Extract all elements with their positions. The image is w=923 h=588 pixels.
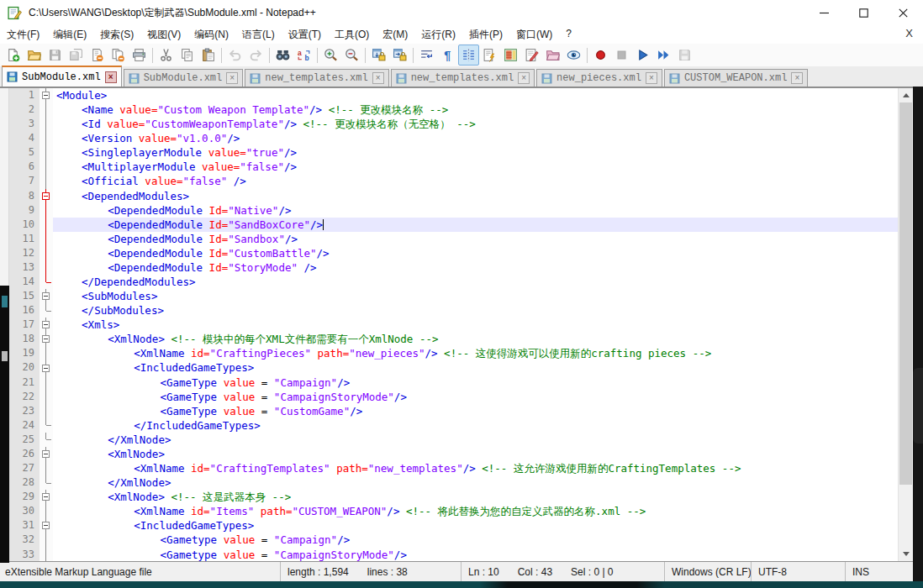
code-line-5[interactable]: 5<SingleplayerModule value="true"/> — [9, 145, 898, 160]
tab-SubModule.xml[interactable]: SubModule.xml× — [124, 69, 244, 87]
macro-record-button[interactable] — [590, 45, 611, 66]
tab-close-icon[interactable]: × — [646, 72, 657, 84]
menu-item-4[interactable]: 编码(N) — [187, 26, 235, 44]
folder-as-workspace-button[interactable] — [542, 45, 563, 66]
code-line-6[interactable]: 6<MultiplayerModule value="false"/> — [9, 160, 898, 174]
show-all-characters-button[interactable]: ¶ — [437, 45, 458, 66]
function-list-button[interactable] — [479, 45, 500, 66]
copy-button[interactable] — [177, 45, 198, 66]
code-line-22[interactable]: 22<GameType value = "CampaignStoryMode"/… — [9, 390, 898, 404]
code-line-30[interactable]: 30<XmlName id="Items" path="CUSTOM_WEAPO… — [9, 504, 898, 518]
tab-SubModule.xml-active[interactable]: SubModule.xml× — [2, 66, 122, 87]
code-line-32[interactable]: 32<Gametype value = "Campaign"/> — [9, 533, 898, 547]
tab-close-icon[interactable]: × — [518, 72, 530, 84]
code-line-2[interactable]: 2<Name value="Custom Weapon Template"/> … — [9, 102, 898, 117]
code-line-20[interactable]: 20<IncludedGameTypes> — [9, 360, 898, 375]
macro-stop-button[interactable] — [611, 45, 632, 66]
menu-item-8[interactable]: 宏(M) — [376, 26, 414, 44]
menu-item-2[interactable]: 搜索(S) — [93, 26, 140, 44]
save-button[interactable] — [45, 45, 66, 66]
open-folder-button[interactable] — [24, 45, 45, 66]
new-file-button[interactable] — [3, 45, 24, 66]
code-line-16[interactable]: 16</SubModules> — [9, 303, 898, 318]
monitoring-button[interactable] — [563, 45, 584, 66]
vertical-scrollbar[interactable] — [898, 88, 913, 561]
code-line-11[interactable]: 11<DependedModule Id="Sandbox"/> — [9, 232, 898, 246]
code-line-3[interactable]: 3<Id value="CustomWeaponTemplate"/> <!--… — [9, 117, 898, 131]
code-line-25[interactable]: 25</XmlNode> — [9, 433, 898, 447]
fold-collapse-icon[interactable] — [40, 447, 53, 461]
code-line-27[interactable]: 27<XmlName id="CraftingTemplates" path="… — [9, 461, 898, 475]
word-wrap-button[interactable] — [416, 45, 437, 66]
macro-save-button[interactable] — [674, 45, 695, 66]
fold-collapse-icon[interactable] — [40, 360, 53, 375]
fold-collapse-icon[interactable] — [40, 189, 53, 203]
code-line-13[interactable]: 13<DependedModule Id="StoryMode" /> — [9, 260, 898, 275]
macro-run-multiple-button[interactable] — [653, 45, 674, 66]
status-encoding[interactable]: UTF-8 — [751, 562, 845, 581]
menu-item-0[interactable]: 文件(F) — [0, 26, 46, 44]
cut-button[interactable] — [156, 45, 177, 66]
tab-CUSTOM_WEAPON.xml[interactable]: CUSTOM_WEAPON.xml× — [664, 69, 808, 87]
code-line-9[interactable]: 9<DependedModule Id="Native"/> — [9, 203, 898, 218]
maximize-button[interactable] — [844, 0, 883, 25]
zoom-in-button[interactable] — [320, 45, 341, 66]
menu-item-7[interactable]: 工具(O) — [328, 26, 376, 44]
menu-item-6[interactable]: 设置(T) — [282, 26, 328, 44]
undo-button[interactable] — [224, 45, 245, 66]
print-button[interactable] — [129, 45, 150, 66]
minimize-button[interactable] — [804, 0, 844, 25]
code-line-1[interactable]: 1<Module> — [9, 88, 898, 102]
sync-vertical-button[interactable] — [368, 45, 389, 66]
code-line-18[interactable]: 18<XmlNode> <!-- 模块中的每个XML文件都需要有一个XmlNod… — [9, 332, 898, 346]
status-eol-format[interactable]: Windows (CR LF) — [664, 562, 751, 581]
find-button[interactable] — [272, 45, 293, 66]
code-line-21[interactable]: 21<GameType value = "Campaign"/> — [9, 375, 898, 390]
fold-collapse-icon[interactable] — [40, 88, 53, 102]
code-line-12[interactable]: 12<DependedModule Id="CustomBattle"/> — [9, 246, 898, 260]
define-language-button[interactable] — [521, 45, 542, 66]
menu-item-11[interactable]: 窗口(W) — [509, 26, 559, 44]
zoom-out-button[interactable] — [341, 45, 362, 66]
fold-collapse-icon[interactable] — [40, 318, 53, 332]
save-all-button[interactable] — [66, 45, 87, 66]
fold-collapse-icon[interactable] — [40, 518, 53, 533]
document-map-button[interactable] — [500, 45, 521, 66]
tab-new_templates.xml[interactable]: new_templates.xml× — [245, 69, 388, 87]
paste-button[interactable] — [198, 45, 219, 66]
menu-item-9[interactable]: 运行(R) — [414, 26, 462, 44]
close-file-button[interactable] — [87, 45, 108, 66]
code-line-14[interactable]: 14</DependedModules> — [9, 275, 898, 289]
menu-item-12[interactable]: ? — [559, 26, 578, 44]
code-line-29[interactable]: 29<XmlNode> <!-- 这是武器本身 --> — [9, 490, 898, 504]
menu-item-1[interactable]: 编辑(E) — [46, 26, 93, 44]
editor-area[interactable]: 1<Module>2<Name value="Custom Weapon Tem… — [0, 87, 913, 561]
scroll-up-arrow-icon[interactable] — [899, 88, 913, 102]
tab-new_pieces.xml[interactable]: new_pieces.xml× — [536, 69, 662, 87]
menubar-close-icon[interactable]: X — [905, 27, 913, 39]
tab-close-icon[interactable]: × — [372, 72, 384, 84]
code-line-10[interactable]: 10<DependedModule Id="SandBoxCore"/> — [9, 218, 898, 232]
tab-close-icon[interactable]: × — [791, 72, 803, 84]
tab-new_templates.xml[interactable]: new_templates.xml× — [391, 69, 535, 87]
code-line-31[interactable]: 31<IncludedGameTypes> — [9, 518, 898, 533]
code-line-4[interactable]: 4<Version value="v1.0.0"/> — [9, 131, 898, 145]
code-line-26[interactable]: 26<XmlNode> — [9, 447, 898, 461]
menu-item-10[interactable]: 插件(P) — [462, 26, 509, 44]
menu-item-3[interactable]: 视图(V) — [140, 26, 187, 44]
status-insert-mode[interactable]: INS — [845, 562, 923, 581]
close-all-button[interactable] — [108, 45, 129, 66]
code-line-19[interactable]: 19<XmlName id="CraftingPieces" path="new… — [9, 346, 898, 360]
code-line-17[interactable]: 17<Xmls> — [9, 318, 898, 332]
macro-play-button[interactable] — [632, 45, 653, 66]
tab-close-icon[interactable]: × — [226, 72, 238, 84]
scrollbar-thumb[interactable] — [899, 102, 912, 485]
menu-item-5[interactable]: 语言(L) — [235, 26, 282, 44]
indent-guide-button[interactable] — [458, 45, 479, 66]
code-line-24[interactable]: 24</IncludedGameTypes> — [9, 418, 898, 433]
fold-collapse-icon[interactable] — [40, 289, 53, 303]
replace-button[interactable]: ab — [293, 45, 314, 66]
close-button[interactable] — [883, 0, 923, 25]
code-line-33[interactable]: 33<Gametype value = "CampaignStoryMode"/… — [9, 548, 898, 562]
code-line-7[interactable]: 7<Official value="false" /> — [9, 174, 898, 188]
